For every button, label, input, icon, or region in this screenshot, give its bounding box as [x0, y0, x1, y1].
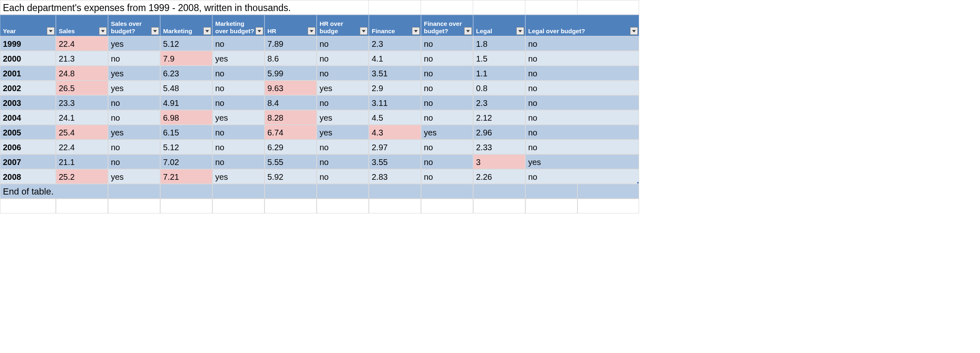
cell-legal_ob[interactable]: no — [525, 95, 639, 110]
cell-legal[interactable]: 1.8 — [473, 36, 525, 51]
cell-sales[interactable]: 22.4 — [56, 140, 108, 154]
row-year[interactable]: 2002 — [0, 80, 56, 95]
filter-dropdown-button[interactable] — [360, 27, 368, 35]
cell-sales[interactable]: 25.4 — [56, 125, 108, 140]
filter-dropdown-button[interactable] — [47, 27, 55, 35]
cell-hr_ob[interactable]: yes — [317, 110, 369, 125]
cell-mkt_ob[interactable]: no — [212, 36, 265, 51]
cell-sales_ob[interactable]: yes — [108, 66, 160, 80]
cell-hr_ob[interactable]: no — [317, 154, 369, 169]
cell-sales_ob[interactable]: no — [108, 154, 160, 169]
filter-dropdown-button[interactable] — [99, 27, 107, 35]
cell-fin_ob[interactable]: no — [421, 169, 473, 184]
cell-mkt[interactable]: 7.21 — [160, 169, 212, 184]
cell-fin_ob[interactable]: no — [421, 110, 473, 125]
cell-mkt_ob[interactable]: no — [212, 80, 265, 95]
cell-mkt_ob[interactable]: no — [212, 140, 265, 154]
cell-fin[interactable]: 4.3 — [369, 125, 421, 140]
cell-sales_ob[interactable]: yes — [108, 36, 160, 51]
cell-hr_ob[interactable]: no — [317, 66, 369, 80]
row-year[interactable]: 2003 — [0, 95, 56, 110]
cell-sales[interactable]: 23.3 — [56, 95, 108, 110]
cell-hr[interactable]: 5.99 — [265, 66, 317, 80]
filter-dropdown-button[interactable] — [255, 27, 263, 35]
cell-legal_ob[interactable]: no — [525, 110, 639, 125]
filter-dropdown-button[interactable] — [151, 27, 159, 35]
cell-hr[interactable]: 6.29 — [265, 140, 317, 154]
cell-sales[interactable]: 22.4 — [56, 36, 108, 51]
cell-sales_ob[interactable]: no — [108, 95, 160, 110]
cell-legal[interactable]: 2.26 — [473, 169, 525, 184]
cell-mkt_ob[interactable]: no — [212, 95, 265, 110]
cell-legal[interactable]: 2.3 — [473, 95, 525, 110]
row-year[interactable]: 1999 — [0, 36, 56, 51]
cell-hr[interactable]: 8.4 — [265, 95, 317, 110]
cell-hr[interactable]: 6.74 — [265, 125, 317, 140]
cell-hr[interactable]: 7.89 — [265, 36, 317, 51]
filter-dropdown-button[interactable] — [630, 27, 638, 35]
cell-hr_ob[interactable]: no — [317, 51, 369, 66]
cell-fin[interactable]: 4.1 — [369, 51, 421, 66]
cell-hr[interactable]: 9.63 — [265, 80, 317, 95]
cell-legal[interactable]: 0.8 — [473, 80, 525, 95]
cell-legal_ob[interactable]: yes — [525, 154, 639, 169]
cell-legal_ob[interactable]: no — [525, 140, 639, 154]
cell-hr_ob[interactable]: no — [317, 140, 369, 154]
cell-fin[interactable]: 3.11 — [369, 95, 421, 110]
cell-mkt[interactable]: 4.91 — [160, 95, 212, 110]
cell-legal[interactable]: 1.1 — [473, 66, 525, 80]
column-header-mkt_ob[interactable]: Marketing over budget? — [212, 15, 265, 36]
cell-legal[interactable]: 3 — [473, 154, 525, 169]
cell-sales_ob[interactable]: yes — [108, 125, 160, 140]
cell-fin[interactable]: 3.51 — [369, 66, 421, 80]
filter-dropdown-button[interactable] — [516, 27, 524, 35]
cell-mkt[interactable]: 5.48 — [160, 80, 212, 95]
cell-hr[interactable]: 5.55 — [265, 154, 317, 169]
column-header-sales_ob[interactable]: Sales over budget? — [108, 15, 160, 36]
row-year[interactable]: 2001 — [0, 66, 56, 80]
column-header-legal[interactable]: Legal — [473, 15, 525, 36]
cell-hr[interactable]: 8.6 — [265, 51, 317, 66]
cell-legal[interactable]: 2.96 — [473, 125, 525, 140]
cell-fin_ob[interactable]: yes — [421, 125, 473, 140]
cell-fin_ob[interactable]: no — [421, 95, 473, 110]
cell-fin_ob[interactable]: no — [421, 66, 473, 80]
row-year[interactable]: 2000 — [0, 51, 56, 66]
cell-mkt[interactable]: 7.9 — [160, 51, 212, 66]
cell-sales[interactable]: 21.1 — [56, 154, 108, 169]
cell-mkt_ob[interactable]: yes — [212, 169, 265, 184]
column-header-year[interactable]: Year — [0, 15, 56, 36]
cell-sales[interactable]: 21.3 — [56, 51, 108, 66]
column-header-mkt[interactable]: Marketing — [160, 15, 212, 36]
cell-hr[interactable]: 8.28 — [265, 110, 317, 125]
cell-fin_ob[interactable]: no — [421, 36, 473, 51]
cell-fin[interactable]: 4.5 — [369, 110, 421, 125]
cell-fin[interactable]: 2.97 — [369, 140, 421, 154]
column-header-sales[interactable]: Sales — [56, 15, 108, 36]
cell-mkt[interactable]: 6.23 — [160, 66, 212, 80]
row-year[interactable]: 2007 — [0, 154, 56, 169]
column-header-legal_ob[interactable]: Legal over budget? — [525, 15, 639, 36]
column-header-hr_ob[interactable]: HR over budge — [317, 15, 369, 36]
cell-legal_ob[interactable]: no — [525, 80, 639, 95]
cell-hr[interactable]: 5.92 — [265, 169, 317, 184]
cell-hr_ob[interactable]: no — [317, 169, 369, 184]
cell-fin_ob[interactable]: no — [421, 154, 473, 169]
cell-mkt[interactable]: 5.12 — [160, 36, 212, 51]
cell-sales_ob[interactable]: no — [108, 140, 160, 154]
cell-legal_ob[interactable]: no — [525, 125, 639, 140]
cell-fin_ob[interactable]: no — [421, 140, 473, 154]
cell-mkt_ob[interactable]: yes — [212, 51, 265, 66]
cell-sales[interactable]: 24.8 — [56, 66, 108, 80]
column-header-hr[interactable]: HR — [265, 15, 317, 36]
cell-mkt[interactable]: 6.98 — [160, 110, 212, 125]
cell-legal[interactable]: 1.5 — [473, 51, 525, 66]
cell-sales_ob[interactable]: no — [108, 110, 160, 125]
column-header-fin_ob[interactable]: Finance over budget? — [421, 15, 473, 36]
cell-mkt_ob[interactable]: no — [212, 66, 265, 80]
cell-legal_ob[interactable]: no — [525, 169, 639, 184]
row-year[interactable]: 2004 — [0, 110, 56, 125]
cell-hr_ob[interactable]: no — [317, 36, 369, 51]
cell-mkt[interactable]: 7.02 — [160, 154, 212, 169]
filter-dropdown-button[interactable] — [308, 27, 315, 35]
